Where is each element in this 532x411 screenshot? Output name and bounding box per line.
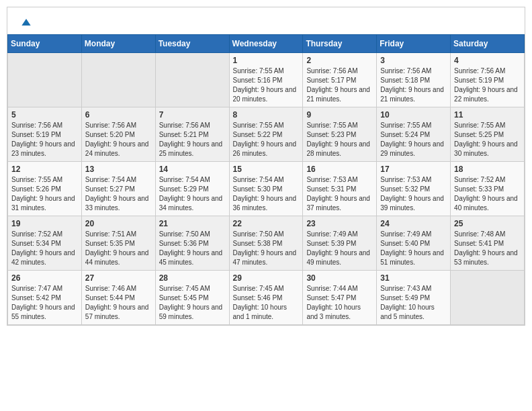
day-number: 21 — [159, 219, 226, 228]
day-number: 12 — [11, 165, 78, 174]
day-cell: 1Sunrise: 7:55 AMSunset: 5:16 PMDaylight… — [229, 53, 303, 107]
day-info: Sunrise: 7:43 AMSunset: 5:49 PMDaylight:… — [380, 284, 447, 322]
day-info: Sunrise: 7:45 AMSunset: 5:46 PMDaylight:… — [233, 284, 300, 322]
day-number: 31 — [380, 273, 447, 283]
day-cell: 29Sunrise: 7:45 AMSunset: 5:46 PMDayligh… — [229, 271, 303, 325]
day-cell: 31Sunrise: 7:43 AMSunset: 5:49 PMDayligh… — [377, 271, 451, 325]
day-info: Sunrise: 7:55 AMSunset: 5:25 PMDaylight:… — [454, 121, 521, 158]
day-number: 27 — [85, 273, 152, 283]
day-cell: 4Sunrise: 7:56 AMSunset: 5:19 PMDaylight… — [451, 53, 525, 107]
day-cell: 26Sunrise: 7:47 AMSunset: 5:42 PMDayligh… — [8, 271, 82, 325]
logo-icon — [19, 15, 33, 29]
day-info: Sunrise: 7:52 AMSunset: 5:33 PMDaylight:… — [454, 175, 521, 213]
day-info: Sunrise: 7:54 AMSunset: 5:29 PMDaylight:… — [159, 175, 226, 213]
day-number: 30 — [306, 273, 373, 283]
day-cell: 17Sunrise: 7:53 AMSunset: 5:32 PMDayligh… — [377, 162, 451, 216]
day-number: 16 — [306, 165, 373, 174]
day-cell: 12Sunrise: 7:55 AMSunset: 5:26 PMDayligh… — [8, 162, 82, 216]
day-info: Sunrise: 7:48 AMSunset: 5:41 PMDaylight:… — [454, 230, 521, 267]
day-cell: 14Sunrise: 7:54 AMSunset: 5:29 PMDayligh… — [155, 162, 229, 216]
day-cell: 9Sunrise: 7:55 AMSunset: 5:23 PMDaylight… — [303, 107, 377, 162]
day-number: 13 — [85, 165, 152, 174]
day-cell: 18Sunrise: 7:52 AMSunset: 5:33 PMDayligh… — [451, 162, 525, 216]
day-number: 26 — [11, 273, 78, 283]
day-number: 25 — [454, 219, 521, 228]
day-cell: 20Sunrise: 7:51 AMSunset: 5:35 PMDayligh… — [81, 216, 155, 271]
day-number: 28 — [159, 273, 226, 283]
day-cell: 11Sunrise: 7:55 AMSunset: 5:25 PMDayligh… — [451, 107, 525, 162]
day-number: 15 — [233, 165, 300, 174]
day-cell: 5Sunrise: 7:56 AMSunset: 5:19 PMDaylight… — [8, 107, 82, 162]
day-info: Sunrise: 7:44 AMSunset: 5:47 PMDaylight:… — [306, 284, 373, 322]
day-cell: 15Sunrise: 7:54 AMSunset: 5:30 PMDayligh… — [229, 162, 303, 216]
day-cell: 6Sunrise: 7:56 AMSunset: 5:20 PMDaylight… — [81, 107, 155, 162]
day-info: Sunrise: 7:55 AMSunset: 5:16 PMDaylight:… — [233, 66, 300, 104]
day-cell — [8, 53, 82, 107]
svg-marker-0 — [21, 19, 30, 26]
calendar-table: SundayMondayTuesdayWednesdayThursdayFrid… — [7, 34, 525, 325]
day-info: Sunrise: 7:45 AMSunset: 5:45 PMDaylight:… — [159, 284, 226, 322]
day-info: Sunrise: 7:55 AMSunset: 5:24 PMDaylight:… — [380, 121, 447, 158]
day-number: 3 — [380, 56, 447, 65]
day-number: 14 — [159, 165, 226, 174]
weekday-header-wednesday: Wednesday — [229, 35, 303, 53]
calendar-page: SundayMondayTuesdayWednesdayThursdayFrid… — [7, 7, 525, 326]
weekday-header-sunday: Sunday — [8, 35, 82, 53]
day-info: Sunrise: 7:50 AMSunset: 5:36 PMDaylight:… — [159, 230, 226, 267]
day-info: Sunrise: 7:46 AMSunset: 5:44 PMDaylight:… — [85, 284, 152, 322]
day-info: Sunrise: 7:47 AMSunset: 5:42 PMDaylight:… — [11, 284, 78, 322]
day-info: Sunrise: 7:56 AMSunset: 5:20 PMDaylight:… — [85, 121, 152, 158]
day-info: Sunrise: 7:50 AMSunset: 5:38 PMDaylight:… — [233, 230, 300, 267]
day-info: Sunrise: 7:51 AMSunset: 5:35 PMDaylight:… — [85, 230, 152, 267]
day-number: 18 — [454, 165, 521, 174]
day-number: 7 — [159, 110, 226, 120]
day-number: 10 — [380, 110, 447, 120]
day-info: Sunrise: 7:56 AMSunset: 5:19 PMDaylight:… — [454, 66, 521, 104]
day-info: Sunrise: 7:52 AMSunset: 5:34 PMDaylight:… — [11, 230, 78, 267]
day-number: 22 — [233, 219, 300, 228]
weekday-header-saturday: Saturday — [451, 35, 525, 53]
day-info: Sunrise: 7:49 AMSunset: 5:39 PMDaylight:… — [306, 230, 373, 267]
day-cell: 10Sunrise: 7:55 AMSunset: 5:24 PMDayligh… — [377, 107, 451, 162]
day-info: Sunrise: 7:55 AMSunset: 5:23 PMDaylight:… — [306, 121, 373, 158]
day-number: 5 — [11, 110, 78, 120]
day-cell — [451, 271, 525, 325]
day-number: 19 — [11, 219, 78, 228]
day-cell: 16Sunrise: 7:53 AMSunset: 5:31 PMDayligh… — [303, 162, 377, 216]
day-number: 11 — [454, 110, 521, 120]
header — [7, 7, 525, 34]
day-info: Sunrise: 7:56 AMSunset: 5:19 PMDaylight:… — [11, 121, 78, 158]
day-cell — [81, 53, 155, 107]
day-number: 23 — [306, 219, 373, 228]
week-row-4: 19Sunrise: 7:52 AMSunset: 5:34 PMDayligh… — [8, 216, 525, 271]
weekday-header-monday: Monday — [81, 35, 155, 53]
weekday-header-tuesday: Tuesday — [155, 35, 229, 53]
day-cell: 28Sunrise: 7:45 AMSunset: 5:45 PMDayligh… — [155, 271, 229, 325]
day-number: 17 — [380, 165, 447, 174]
weekday-header-row: SundayMondayTuesdayWednesdayThursdayFrid… — [8, 35, 525, 53]
day-number: 20 — [85, 219, 152, 228]
day-cell: 25Sunrise: 7:48 AMSunset: 5:41 PMDayligh… — [451, 216, 525, 271]
weekday-header-thursday: Thursday — [303, 35, 377, 53]
day-cell: 7Sunrise: 7:56 AMSunset: 5:21 PMDaylight… — [155, 107, 229, 162]
day-number: 4 — [454, 56, 521, 65]
logo — [18, 15, 33, 29]
day-cell: 2Sunrise: 7:56 AMSunset: 5:17 PMDaylight… — [303, 53, 377, 107]
day-info: Sunrise: 7:53 AMSunset: 5:31 PMDaylight:… — [306, 175, 373, 213]
day-cell: 22Sunrise: 7:50 AMSunset: 5:38 PMDayligh… — [229, 216, 303, 271]
day-info: Sunrise: 7:54 AMSunset: 5:27 PMDaylight:… — [85, 175, 152, 213]
day-cell: 19Sunrise: 7:52 AMSunset: 5:34 PMDayligh… — [8, 216, 82, 271]
day-number: 2 — [306, 56, 373, 65]
week-row-2: 5Sunrise: 7:56 AMSunset: 5:19 PMDaylight… — [8, 107, 525, 162]
day-info: Sunrise: 7:54 AMSunset: 5:30 PMDaylight:… — [233, 175, 300, 213]
day-info: Sunrise: 7:49 AMSunset: 5:40 PMDaylight:… — [380, 230, 447, 267]
day-info: Sunrise: 7:56 AMSunset: 5:17 PMDaylight:… — [306, 66, 373, 104]
day-cell: 27Sunrise: 7:46 AMSunset: 5:44 PMDayligh… — [81, 271, 155, 325]
week-row-3: 12Sunrise: 7:55 AMSunset: 5:26 PMDayligh… — [8, 162, 525, 216]
day-info: Sunrise: 7:55 AMSunset: 5:26 PMDaylight:… — [11, 175, 78, 213]
day-cell: 24Sunrise: 7:49 AMSunset: 5:40 PMDayligh… — [377, 216, 451, 271]
day-cell: 3Sunrise: 7:56 AMSunset: 5:18 PMDaylight… — [377, 53, 451, 107]
day-number: 6 — [85, 110, 152, 120]
day-number: 24 — [380, 219, 447, 228]
day-info: Sunrise: 7:56 AMSunset: 5:21 PMDaylight:… — [159, 121, 226, 158]
